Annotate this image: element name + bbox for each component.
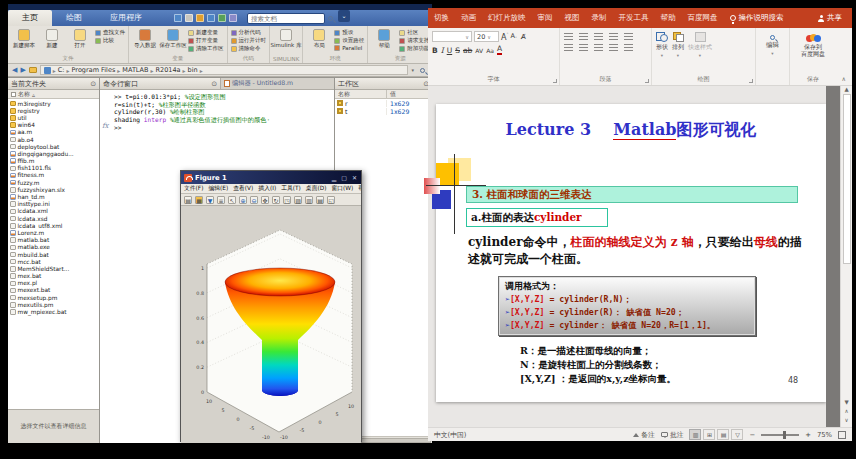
shrink-font-button[interactable]: Aˇ [510,32,516,41]
new-doc-icon[interactable]: ▤ [184,196,192,204]
toolstrip-button-设置路径[interactable]: 设置路径 [334,37,364,44]
fit-to-window-icon[interactable] [838,431,846,439]
comments-button[interactable]: 批注 [661,430,684,440]
up-folder-icon[interactable] [29,67,37,73]
figure-titlebar[interactable]: Figure 1 ▁ ▢ ✕ [181,171,361,184]
bold-button[interactable]: B [432,46,438,55]
justify-icon[interactable] [624,44,633,51]
file-row[interactable]: m3iregistry [10,100,99,107]
toolstrip-button-清除工作区[interactable]: 清除工作区 [188,45,224,52]
print-icon[interactable]: ≡ [217,196,225,204]
ppt-tab-切换[interactable]: 切换 [428,8,455,28]
grow-font-button[interactable]: Aˆ [501,32,508,42]
align-right-icon[interactable] [609,44,618,51]
scroll-down-icon[interactable]: ▼ [844,399,848,405]
breadcrumb-segment[interactable]: MATLAB [122,66,148,74]
file-row[interactable]: MemShieldStart... [10,265,99,272]
scroll-thumb[interactable] [843,94,851,264]
file-row[interactable]: mex.bat [10,273,99,280]
font-size-select[interactable]: 20∨ [474,31,499,42]
folder-search-icon[interactable] [420,68,425,73]
italic-button[interactable]: I [441,46,444,55]
matlab-tab-3[interactable]: 应用程序 [96,10,156,26]
underline-button[interactable]: U [447,46,453,55]
file-row[interactable]: mexutils.pm [10,301,99,308]
save-icon[interactable] [174,14,182,22]
toolstrip-button-新建变量[interactable]: 新建变量 [188,29,224,36]
toolstrip-button-查找文件[interactable]: 查找文件 [95,29,125,36]
next-slide-icon[interactable]: ∨ [844,417,848,423]
breadcrumb-segment[interactable]: bin [188,66,198,74]
dock-icon[interactable]: ◱ [327,196,335,204]
ppt-tab-动画[interactable]: 动画 [455,8,482,28]
matlab-tab-2[interactable]: 绘图 [52,10,96,26]
forward-icon[interactable]: ▶ [20,66,25,74]
file-row[interactable]: fitness.m [10,172,99,179]
workspace-row[interactable]: t1x629 [335,107,432,115]
file-row[interactable]: matlab.bat [10,237,99,244]
toolstrip-button-导入数据[interactable]: 导入数据 [132,28,158,54]
file-row[interactable]: ffib.m [10,158,99,165]
minimize-icon[interactable]: ▁ [331,174,338,181]
matlab-tab-1[interactable]: 主页 [8,10,52,26]
file-row[interactable]: fuzzyshixyan.slx [10,186,99,193]
doc-search-input[interactable] [247,13,325,24]
toolstrip-button-附加功能[interactable]: 附加功能 [399,45,429,52]
file-row[interactable]: mbuild.bat [10,251,99,258]
file-row[interactable]: mexext.bat [10,287,99,294]
file-row[interactable]: lcdata_utf8.xml [10,222,99,229]
notes-button[interactable]: 备注 [633,430,655,440]
toolstrip-button-比较[interactable]: 比较 [95,37,125,44]
tell-me-search[interactable]: 操作说明搜索 [724,13,790,23]
strikethrough-button[interactable]: ab [463,46,472,55]
zoom-in-button[interactable]: + [805,431,811,439]
figure-menu-查看(V)[interactable]: 查看(V) [233,184,253,193]
strikethrough-button[interactable]: S [455,46,460,55]
previous-slide-icon[interactable]: ∧ [844,408,848,414]
file-row[interactable]: dingqiganggaodu... [10,150,99,157]
font-name-select[interactable]: ∨ [432,31,472,42]
figure-menu-编辑(E)[interactable]: 编辑(E) [208,184,228,193]
clear-format-icon[interactable]: A̸ [521,33,526,41]
command-prompt[interactable]: >> [114,124,121,131]
file-row[interactable]: han_td.m [10,193,99,200]
pan-icon[interactable]: ✥ [261,196,269,204]
toolstrip-button-打开[interactable]: 打开 [67,28,93,54]
save-icon[interactable]: ▼ [206,196,214,204]
close-icon[interactable]: ✕ [351,174,358,181]
breadcrumb-segment[interactable]: R2014a [156,66,181,74]
bullets-icon[interactable] [564,33,573,40]
share-button[interactable]: 共享 [808,13,852,23]
zoom-level[interactable]: 75% [817,431,832,439]
figure-menu-插入(I)[interactable]: 插入(I) [258,184,276,193]
file-row[interactable]: lcdata.xsd [10,215,99,222]
zoom-slider[interactable] [761,434,799,436]
ppt-tab-百度网盘[interactable]: 百度网盘 [682,8,724,28]
panel-menu-icon[interactable]: ⊙ [90,80,96,88]
file-row[interactable]: mex.pl [10,280,99,287]
zoom-out-icon[interactable]: ⊖ [250,196,258,204]
numbering-icon[interactable] [579,33,588,40]
help-icon[interactable] [229,14,237,22]
file-row[interactable]: deploytool.bat [10,143,99,150]
ppt-tab-审阅[interactable]: 审阅 [532,8,559,28]
rotate-3d-icon[interactable]: ↻ [272,196,280,204]
ppt-tab-帮助[interactable]: 帮助 [655,8,682,28]
figure-menu-桌面(D)[interactable]: 桌面(D) [306,184,327,193]
toolstrip-button-打开变量[interactable]: 打开变量 [188,37,224,44]
file-row[interactable]: registry [10,107,99,114]
breadcrumb-segment[interactable]: Program Files [72,66,116,74]
toolstrip-button-分析代码[interactable]: 分析代码 [231,29,267,36]
cursor-icon[interactable]: ↖ [228,196,236,204]
paste-icon[interactable] [207,14,215,22]
toolstrip-button-清除命令[interactable]: 清除命令 [231,45,267,52]
zoom-in-icon[interactable]: ⊕ [239,196,247,204]
view-reading-icon[interactable]: ▤ [717,429,729,440]
zoom-slider-thumb[interactable] [783,431,786,439]
workspace-value-column[interactable]: 值 [387,90,432,99]
toolstrip-button-Simulink 库[interactable]: Simulink 库 [273,28,299,55]
figure-menu-窗口(W)[interactable]: 窗口(W) [331,184,353,193]
shapes-button[interactable]: 形状▾ [656,31,668,58]
toolstrip-button-保存工作区[interactable]: 保存工作区 [160,28,186,54]
toolstrip-button-预设[interactable]: 预设 [334,29,364,36]
